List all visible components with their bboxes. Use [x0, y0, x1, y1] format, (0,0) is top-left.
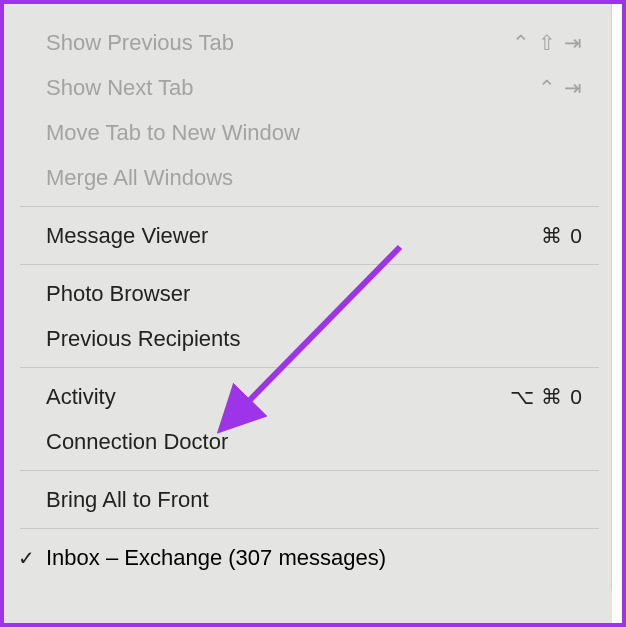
menu-separator [20, 367, 599, 368]
menu-item-label: Show Next Tab [46, 71, 194, 104]
menu-item-show-next-tab: Show Next Tab ⌃ ⇥ [0, 65, 611, 110]
checkmark-icon: ✓ [18, 543, 46, 573]
menu-item-bring-all-to-front[interactable]: Bring All to Front [0, 477, 611, 522]
menu-separator [20, 206, 599, 207]
menu-item-label: Move Tab to New Window [46, 116, 300, 149]
menu-item-label: Message Viewer [46, 219, 208, 252]
menu-item-shortcut: ⌥ ⌘ 0 [510, 381, 583, 413]
menu-item-label: Merge All Windows [46, 161, 233, 194]
menu-item-shortcut: ⌘ 0 [541, 220, 583, 252]
menu-item-label: Show Previous Tab [46, 26, 234, 59]
menu-item-label: Photo Browser [46, 277, 190, 310]
menu-separator [20, 470, 599, 471]
menu-item-shortcut: ⌃ ⇧ ⇥ [512, 27, 583, 59]
window-menu: Show Previous Tab ⌃ ⇧ ⇥ Show Next Tab ⌃ … [0, 0, 612, 590]
menu-item-previous-recipients[interactable]: Previous Recipients [0, 316, 611, 361]
menu-separator [20, 528, 599, 529]
menu-item-label: Activity [46, 380, 116, 413]
menu-item-message-viewer[interactable]: Message Viewer ⌘ 0 [0, 213, 611, 258]
menu-item-merge-all-windows: Merge All Windows [0, 155, 611, 200]
menu-item-window-inbox[interactable]: ✓ Inbox – Exchange (307 messages) [0, 535, 611, 580]
menu-item-label: Previous Recipients [46, 322, 240, 355]
menu-item-connection-doctor[interactable]: Connection Doctor [0, 419, 611, 464]
menu-item-move-tab-new-window: Move Tab to New Window [0, 110, 611, 155]
menu-item-label: Inbox – Exchange (307 messages) [46, 541, 386, 574]
menu-item-show-previous-tab: Show Previous Tab ⌃ ⇧ ⇥ [0, 20, 611, 65]
menu-item-label: Bring All to Front [46, 483, 209, 516]
menu-separator [20, 264, 599, 265]
menu-item-shortcut: ⌃ ⇥ [538, 72, 583, 104]
background-content [612, 4, 622, 623]
menu-item-activity[interactable]: Activity ⌥ ⌘ 0 [0, 374, 611, 419]
menu-item-label: Connection Doctor [46, 425, 228, 458]
menu-item-photo-browser[interactable]: Photo Browser [0, 271, 611, 316]
